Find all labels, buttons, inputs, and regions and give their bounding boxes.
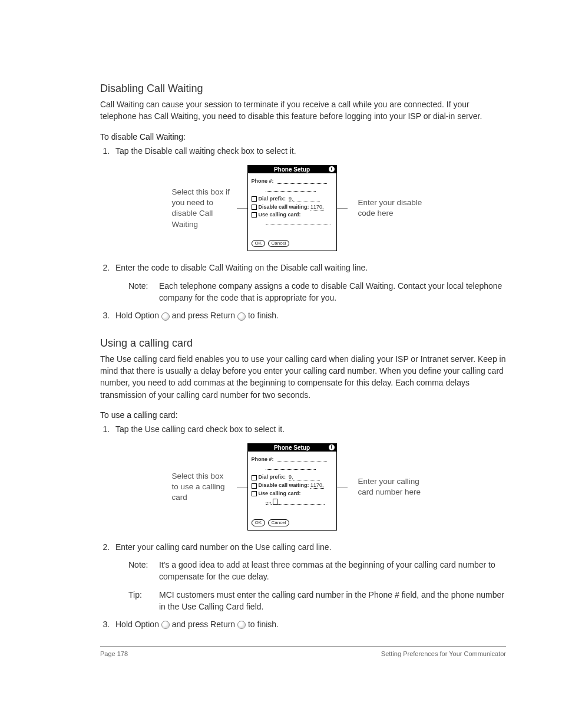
disable-cw-val: 1170, — [310, 204, 324, 210]
step1-calling-card: Tap the Use calling card check box to se… — [112, 423, 506, 435]
device-screenshot-2: Phone Setup i Phone #: Dial prefix: 9, D… — [247, 443, 337, 530]
disable-cw-label: Disable call waiting: — [259, 204, 309, 210]
step3a-2: Hold Option — [115, 620, 161, 629]
return-button-icon — [237, 621, 246, 629]
page-footer: Page 178 Setting Preferences for Your Co… — [100, 646, 506, 657]
howto-disable-cw: To disable Call Waiting: — [100, 132, 186, 141]
step3c: to finish. — [246, 311, 279, 320]
ok-button: OK — [252, 240, 266, 247]
checkbox-icon — [252, 205, 257, 210]
howto-calling-card: To use a calling card: — [100, 410, 178, 420]
use-card-label: Use calling card: — [259, 490, 301, 496]
footer-section-title: Setting Preferences for Your Communicato… — [381, 650, 506, 657]
intro-disable-cw: Call Waiting can cause your session to t… — [100, 98, 506, 123]
note-label-2: Note: — [128, 559, 159, 583]
checkbox-icon — [252, 212, 257, 218]
phone-label: Phone #: — [252, 456, 274, 462]
heading-disable-cw: Disabling Call Waiting — [100, 83, 506, 95]
step3c-2: to finish. — [246, 620, 279, 629]
intro-calling-card: The Use calling card field enables you t… — [100, 353, 506, 401]
footer-page-number: Page 178 — [100, 650, 128, 657]
ok-button: OK — [252, 519, 266, 526]
figure-phone-setup-2: Select this box to use a calling card Ph… — [100, 443, 506, 530]
device-title: Phone Setup — [274, 444, 310, 451]
callout-right-2: Enter your calling card number here — [358, 476, 435, 498]
step3b: and press Return — [170, 311, 237, 320]
cancel-button: Cancel — [268, 519, 290, 526]
note-text-1: Each telephone company assigns a code to… — [159, 280, 506, 304]
phone-label: Phone #: — [252, 178, 274, 184]
step3a: Hold Option — [115, 311, 161, 320]
step3-disable-cw: Hold Option and press Return to finish. — [112, 309, 506, 321]
callout-line-icon — [237, 208, 247, 209]
dial-prefix-label: Dial prefix: — [259, 474, 286, 480]
callout-left-2: Select this box to use a calling card — [172, 471, 231, 503]
device-title: Phone Setup — [274, 166, 310, 173]
checkbox-icon — [252, 475, 257, 480]
info-icon: i — [329, 444, 335, 450]
info-icon: i — [329, 166, 335, 172]
return-button-icon — [237, 312, 246, 321]
figure-phone-setup-1: Select this box if you need to disable C… — [100, 165, 506, 251]
step3b-2: and press Return — [170, 620, 237, 629]
use-card-label: Use calling card: — [259, 212, 301, 218]
disable-cw-val: 1170, — [310, 482, 324, 489]
step1-disable-cw: Tap the Disable call waiting check box t… — [112, 145, 506, 157]
dial-prefix-label: Dial prefix: — [259, 196, 286, 202]
tip-text: MCI customers must enter the calling car… — [159, 589, 506, 613]
step3-calling-card: Hold Option and press Return to finish. — [112, 618, 506, 630]
callout-right-1: Enter your disable code here — [358, 197, 435, 219]
tip-label: Tip: — [128, 589, 159, 613]
checkbox-icon — [252, 483, 257, 489]
dial-prefix-val: 9, — [289, 196, 293, 202]
step2-calling-card: Enter your calling card number on the Us… — [115, 542, 332, 552]
dial-prefix-val: 9, — [289, 474, 293, 480]
comma-val: ,,,, — [266, 498, 272, 505]
cancel-button: Cancel — [268, 240, 290, 247]
disable-cw-label: Disable call waiting: — [259, 482, 309, 488]
callout-line-icon — [337, 487, 348, 487]
heading-calling-card: Using a calling card — [100, 337, 506, 350]
option-button-icon — [161, 621, 170, 629]
note-text-2: It's a good idea to add at least three c… — [159, 559, 506, 583]
device-screenshot-1: Phone Setup i Phone #: Dial prefix: 9, D… — [247, 165, 337, 251]
checkbox-icon — [252, 491, 257, 496]
checkbox-icon — [252, 196, 257, 202]
step2-disable-cw: Enter the code to disable Call Waiting o… — [115, 263, 368, 272]
callout-line-icon — [337, 208, 348, 209]
option-button-icon — [161, 312, 170, 321]
note-label-1: Note: — [128, 280, 159, 304]
callout-line-icon — [237, 487, 247, 487]
callout-left-1: Select this box if you need to disable C… — [172, 187, 231, 230]
